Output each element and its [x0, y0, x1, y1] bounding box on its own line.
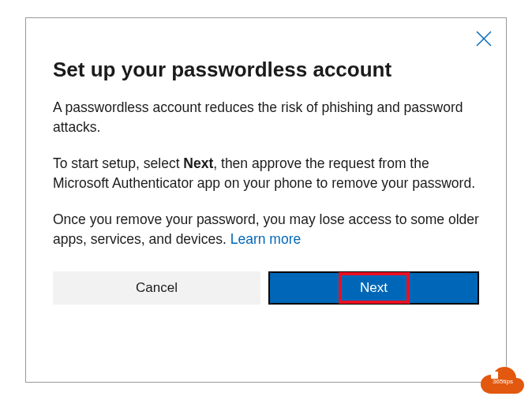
badge-text: 365tips	[480, 378, 526, 385]
cancel-button[interactable]: Cancel	[53, 271, 260, 305]
paragraph-warning: Once you remove your password, you may l…	[53, 210, 479, 250]
p2-bold: Next	[183, 155, 213, 171]
next-button-label: Next	[360, 280, 388, 296]
p2-prefix: To start setup, select	[53, 155, 183, 171]
learn-more-link[interactable]: Learn more	[230, 231, 302, 247]
paragraph-intro: A passwordless account reduces the risk …	[53, 98, 479, 138]
close-icon	[474, 29, 493, 48]
close-button[interactable]	[474, 29, 493, 48]
dialog-title: Set up your passwordless account	[53, 58, 479, 82]
paragraph-instructions: To start setup, select Next, then approv…	[53, 154, 479, 194]
dialog-button-row: Cancel Next	[53, 271, 479, 305]
passwordless-setup-dialog: Set up your passwordless account A passw…	[25, 17, 507, 383]
dialog-body: A passwordless account reduces the risk …	[53, 98, 479, 249]
next-button[interactable]: Next	[268, 271, 479, 305]
watermark-badge: 365tips	[480, 364, 526, 395]
